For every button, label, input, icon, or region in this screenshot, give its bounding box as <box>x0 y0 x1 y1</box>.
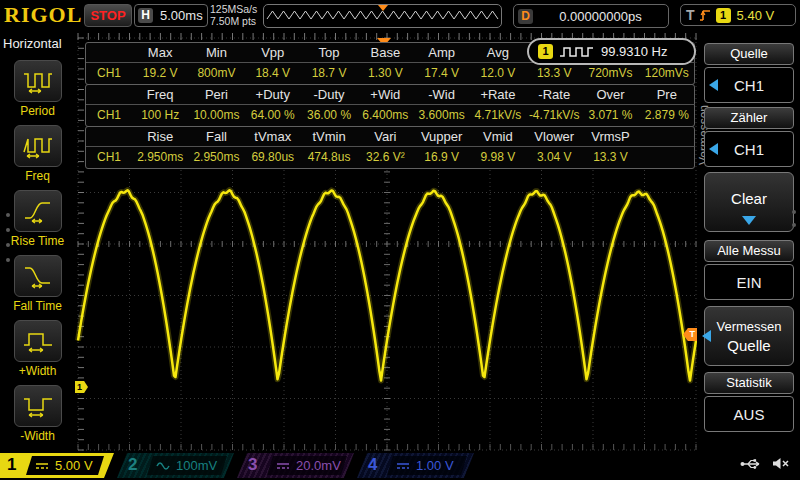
menu-value-text: Quelle <box>727 337 770 354</box>
delay-box[interactable]: D 0.00000000ps <box>513 4 669 28</box>
horizontal-h-icon: H <box>138 8 153 23</box>
trigger-level-value: 5.40 V <box>737 8 775 23</box>
measure-value: 17.4 V <box>413 63 469 84</box>
plus-width-icon <box>21 327 55 355</box>
measure-value: 2.879 % <box>639 105 695 126</box>
measure-header: Vmid <box>470 127 526 147</box>
frequency-counter: 1 99.9310 Hz <box>527 38 696 65</box>
right-soft-menu: Vermessen Quelle CH1 Zähler CH1 Clear Al… <box>697 30 800 452</box>
measure-header: Vlower <box>526 127 582 147</box>
page-indicator-dot <box>6 258 10 262</box>
menu-item-clear[interactable]: Clear <box>704 172 794 232</box>
menu-item-label: Statistik <box>704 372 794 394</box>
measure-item-plus-width[interactable]: +Width <box>0 320 75 378</box>
memory-depth: 7.50M pts <box>210 15 257 27</box>
measure-value: 16.9 V <box>413 147 469 168</box>
measure-value: 18.7 V <box>301 63 357 84</box>
menu-item-vermessen-quelle[interactable]: Vermessen Quelle <box>704 306 794 366</box>
channel-1-tab[interactable]: 1 5.00 V <box>0 453 114 478</box>
measure-header <box>86 127 132 147</box>
square-wave-icon <box>559 45 595 58</box>
menu-item-value: EIN <box>704 264 794 300</box>
measure-header <box>639 127 695 147</box>
channel-scale: 100mV <box>176 458 217 473</box>
measure-header: Amp <box>413 43 469 63</box>
measure-value: 800mV <box>188 63 244 84</box>
menu-item-quelle[interactable]: Quelle CH1 <box>704 43 794 103</box>
measure-header: -Wid <box>413 85 469 105</box>
measure-header: Fall <box>188 127 244 147</box>
menu-value-text: EIN <box>736 274 761 291</box>
left-arrow-icon <box>709 143 718 155</box>
measure-header: -Duty <box>301 85 357 105</box>
page-indicator-dot <box>6 213 10 217</box>
measure-header: +Duty <box>245 85 301 105</box>
measure-value: 1.30 V <box>357 63 413 84</box>
period-icon <box>21 67 55 95</box>
run-state-button[interactable]: STOP <box>84 4 132 27</box>
left-measure-menu: Horizontal Period Freq Rise Time Fall Ti… <box>0 30 75 452</box>
measure-header: Vari <box>357 127 413 147</box>
oscilloscope-screen: { "colors": { "trace": "#f6e80e", "trigg… <box>0 0 800 480</box>
channel-4-tab[interactable]: 4 1.00 V <box>357 453 474 478</box>
horizontal-scale-box[interactable]: H 5.00ms <box>134 4 208 27</box>
measure-item-label: -Width <box>0 429 75 443</box>
rise-time-icon <box>21 197 55 225</box>
page-indicator-dot <box>792 223 796 227</box>
menu-item-zaehler[interactable]: Zähler CH1 <box>704 107 794 167</box>
rigol-logo: RIGOL <box>4 2 82 28</box>
dc-coupling-icon <box>276 461 290 471</box>
measure-value: 120mVs <box>639 63 695 84</box>
measure-header: Top <box>301 43 357 63</box>
menu-item-label: Alle Messu <box>704 240 794 262</box>
usb-icon <box>740 458 762 470</box>
measure-item-period[interactable]: Period <box>0 60 75 118</box>
sample-rate: 125MSa/s <box>210 3 257 15</box>
measure-header: tVmin <box>301 127 357 147</box>
measure-header: Base <box>357 43 413 63</box>
page-indicator-dot <box>6 228 10 232</box>
channel-number: 4 <box>368 455 377 475</box>
menu-value-text: AUS <box>734 406 765 423</box>
measure-header: Vupper <box>413 127 469 147</box>
measure-value: 3.071 % <box>582 105 638 126</box>
measure-value: CH1 <box>86 147 132 168</box>
menu-item-value: AUS <box>704 396 794 432</box>
measure-value: 6.400ms <box>357 105 413 126</box>
ac-coupling-icon <box>156 461 170 471</box>
display-area: 1 T MaxMinVppTopBaseAmpAvgVrmsCH119.2 V8… <box>75 30 697 452</box>
measure-header: Max <box>132 43 188 63</box>
menu-item-statistik[interactable]: Statistik AUS <box>704 372 794 432</box>
channel-scale: 20.0mV <box>296 458 341 473</box>
channel-2-tab[interactable]: 2 100mV <box>117 453 234 478</box>
trigger-t-label: T <box>686 7 695 23</box>
measure-value: -4.71kV/s <box>526 105 582 126</box>
measure-value: 36.00 % <box>301 105 357 126</box>
down-arrow-icon <box>742 216 756 225</box>
measure-item-freq[interactable]: Freq <box>0 125 75 183</box>
measure-value: 10.00ms <box>188 105 244 126</box>
menu-value-text: CH1 <box>734 77 764 94</box>
measure-header: Rise <box>132 127 188 147</box>
measure-value: 12.0 V <box>470 63 526 84</box>
measure-value: 13.3 V <box>526 63 582 84</box>
left-arrow-icon <box>709 79 718 91</box>
measure-item-fall-time[interactable]: Fall Time <box>0 255 75 313</box>
measure-item-label: Freq <box>0 169 75 183</box>
menu-item-value: CH1 <box>704 67 794 103</box>
preview-trigger-position-icon[interactable] <box>378 5 388 11</box>
counter-channel-badge: 1 <box>538 44 553 59</box>
channel-number: 3 <box>248 455 257 475</box>
left-menu-title: Horizontal <box>3 36 62 51</box>
measure-header: -Rate <box>526 85 582 105</box>
measure-value: 100 Hz <box>132 105 188 126</box>
measure-value: 3.04 V <box>526 147 582 168</box>
trigger-box[interactable]: T 1 5.40 V <box>680 4 796 26</box>
menu-item-alle-messungen[interactable]: Alle Messu EIN <box>704 240 794 300</box>
measure-item-rise-time[interactable]: Rise Time <box>0 190 75 248</box>
channel-3-tab[interactable]: 3 20.0mV <box>237 453 354 478</box>
measure-value: CH1 <box>86 63 132 84</box>
page-indicator-dot <box>6 243 10 247</box>
measure-item-minus-width[interactable]: -Width <box>0 385 75 443</box>
measure-value: 9.98 V <box>470 147 526 168</box>
